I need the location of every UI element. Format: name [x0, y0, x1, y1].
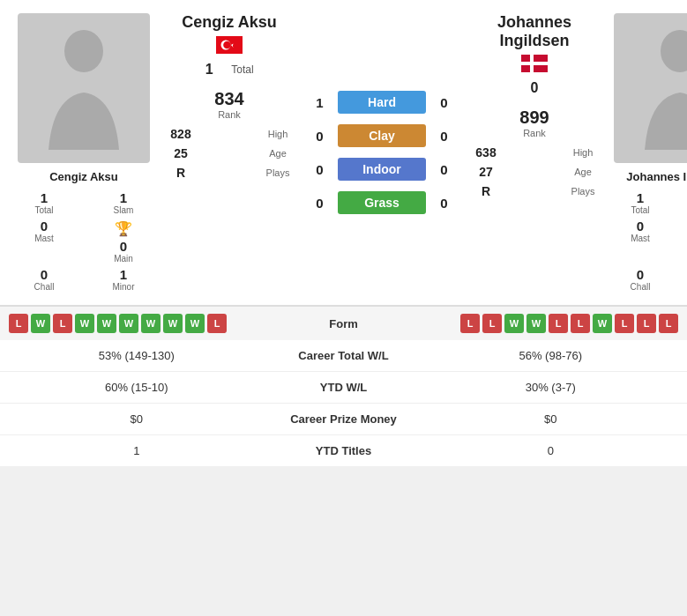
- grass-score-right: 0: [433, 196, 455, 211]
- player1-main-l: 0: [120, 239, 127, 254]
- player1-main-label: Main: [114, 254, 133, 263]
- svg-point-8: [661, 30, 687, 72]
- player2-total-row: 0: [473, 80, 596, 96]
- player2-age-label: Age: [570, 167, 596, 177]
- player1-rank-block: 834 Rank: [214, 89, 243, 120]
- stat-label-1: YTD W/L: [256, 381, 432, 394]
- player1-slam-item: 1 Slam: [88, 190, 159, 215]
- player1-chall-item: 0 Chall: [9, 267, 79, 292]
- p1-form-4: W: [97, 314, 116, 333]
- player2-age-row: 27 Age: [473, 165, 596, 179]
- player1-rank-value: 834: [214, 89, 243, 109]
- player2-plays-row: R Plays: [473, 184, 596, 198]
- p2-form-0: L: [460, 314, 480, 333]
- player1-flag: [216, 36, 243, 57]
- player1-total-row: 1 Total: [168, 62, 291, 78]
- player1-high-value: 828: [168, 127, 194, 141]
- svg-rect-7: [521, 62, 548, 65]
- p2-form-5: L: [571, 314, 590, 333]
- player1-age-label: Age: [265, 148, 291, 159]
- form-section: L W L W W W W W W L Form L L W W L L W L…: [0, 306, 687, 340]
- hard-score-left: 1: [309, 95, 331, 110]
- top-section: Cengiz Aksu 1 Total 1 Slam 0 Mast 🏆 0 M: [0, 0, 687, 306]
- player2-total-w-item: 1 Total: [605, 190, 676, 215]
- player1-name-top: Cengiz Aksu: [182, 13, 276, 32]
- player1-trophy-icon: 🏆: [115, 220, 132, 237]
- surface-row-indoor: 0 Indoor 0: [309, 158, 455, 181]
- player1-mast-w: 0: [41, 219, 48, 234]
- stat-label-2: Career Prize Money: [256, 412, 432, 426]
- player1-plays-label: Plays: [265, 167, 291, 178]
- grass-score-left: 0: [309, 196, 331, 211]
- player1-minor-item: 1 Minor: [88, 267, 159, 292]
- stats-rows: 53% (149-130) Career Total W/L 56% (98-7…: [0, 340, 687, 466]
- player2-stats-grid: 1 Total 1 Slam 0 Mast 🏆 0 Main 0: [605, 190, 687, 292]
- p1-form-7: W: [163, 314, 183, 333]
- player1-rank-label: Rank: [214, 109, 243, 120]
- stat-right-2: $0: [432, 412, 670, 426]
- p2-form-7: L: [615, 314, 634, 333]
- player2-high-value: 638: [473, 145, 499, 160]
- p2-form-3: W: [526, 314, 546, 333]
- svg-point-3: [223, 41, 231, 49]
- player1-stats-grid: 1 Total 1 Slam 0 Mast 🏆 0 Main 0: [9, 190, 159, 292]
- player1-total-w-item: 1 Total: [9, 190, 79, 215]
- player2-center-stats: Johannes Ingildsen 0 899 Rank 638 High: [464, 13, 605, 292]
- svg-point-0: [64, 30, 103, 72]
- player2-age-value: 27: [473, 165, 499, 179]
- player1-age-value: 25: [168, 146, 194, 160]
- form-label: Form: [291, 317, 397, 330]
- main-container: Cengiz Aksu 1 Total 1 Slam 0 Mast 🏆 0 M: [0, 0, 687, 466]
- stats-row-0: 53% (149-130) Career Total W/L 56% (98-7…: [0, 340, 687, 372]
- clay-score-left: 0: [309, 129, 331, 144]
- player1-avatar: [18, 13, 150, 163]
- p2-form-2: W: [504, 314, 524, 333]
- hard-score-right: 0: [433, 95, 455, 110]
- player2-chall-w: 0: [637, 267, 644, 282]
- stat-right-1: 30% (3-7): [432, 381, 670, 394]
- player1-mast-label: Mast: [34, 234, 54, 243]
- p1-form-0: L: [9, 314, 28, 333]
- player2-chall-item: 0 Chall: [605, 267, 676, 292]
- p2-form-9: L: [659, 314, 678, 333]
- player2-mast-item: 0 Mast: [605, 219, 676, 263]
- p1-form-3: W: [75, 314, 94, 333]
- player2-flag: [521, 55, 548, 76]
- indoor-button[interactable]: Indoor: [338, 158, 426, 181]
- player2-total-label: Total: [631, 205, 649, 215]
- surface-row-hard: 1 Hard 0: [309, 91, 455, 114]
- stat-left-1: 60% (15-10): [18, 381, 256, 394]
- player2-name: Johannes Ingildsen: [626, 170, 687, 183]
- player2-total-score: 0: [521, 80, 548, 96]
- player2-name-top: Johannes Ingildsen: [473, 13, 596, 50]
- stat-right-0: 56% (98-76): [432, 349, 670, 362]
- p1-form-5: W: [119, 314, 138, 333]
- player2-card: Johannes Ingildsen 1 Total 1 Slam 0 Mast…: [605, 13, 687, 292]
- player1-plays-value: R: [168, 166, 194, 180]
- clay-button[interactable]: Clay: [338, 124, 426, 147]
- indoor-score-left: 0: [309, 162, 331, 177]
- p2-form-1: L: [482, 314, 502, 333]
- grass-button[interactable]: Grass: [338, 191, 426, 214]
- player1-total-label: Total: [34, 205, 53, 215]
- player2-mast-label: Mast: [631, 234, 650, 243]
- player1-high-row: 828 High: [168, 127, 291, 141]
- player1-total-score: 1: [196, 62, 222, 78]
- stats-row-1: 60% (15-10) YTD W/L 30% (3-7): [0, 372, 687, 404]
- player2-chall-label: Chall: [631, 282, 651, 292]
- player1-chall-label: Chall: [34, 282, 55, 292]
- player1-mast-item: 0 Mast: [9, 219, 79, 263]
- p2-form-4: L: [549, 314, 568, 333]
- player1-minor-l: 1: [120, 267, 127, 282]
- player1-card: Cengiz Aksu 1 Total 1 Slam 0 Mast 🏆 0 M: [9, 13, 159, 292]
- player2-rank-block: 899 Rank: [519, 108, 549, 138]
- hard-button[interactable]: Hard: [338, 91, 426, 114]
- clay-score-right: 0: [433, 129, 455, 144]
- player2-high-label: High: [570, 147, 596, 158]
- player2-mast-w: 0: [637, 219, 644, 234]
- player2-plays-label: Plays: [570, 186, 596, 197]
- player1-total-w: 1: [41, 190, 48, 205]
- player1-slam-l: 1: [120, 190, 127, 205]
- stat-left-0: 53% (149-130): [18, 349, 256, 362]
- stat-right-3: 0: [432, 444, 670, 457]
